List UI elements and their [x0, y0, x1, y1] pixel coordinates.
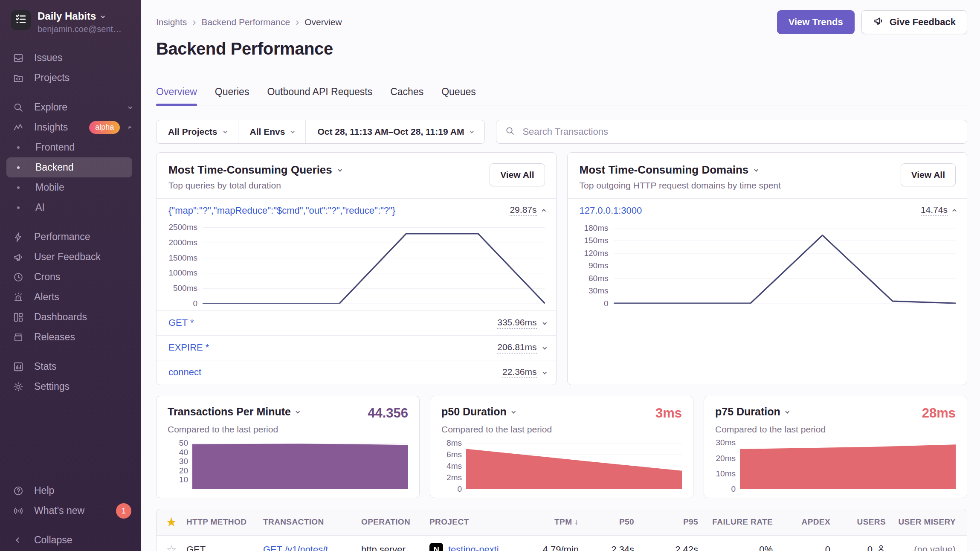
sidebar-item-issues[interactable]: Issues: [0, 48, 141, 68]
query-link[interactable]: GET *: [168, 317, 194, 328]
sidebar-item-backend[interactable]: Backend: [6, 157, 132, 177]
sidebar-item-settings[interactable]: Settings: [0, 377, 141, 397]
sidebar-item-insights[interactable]: Insights alpha: [0, 117, 141, 137]
sidebar-item-frontend[interactable]: Frontend: [6, 137, 132, 157]
org-switcher[interactable]: Daily Habits benjamin.coe@sent…: [0, 0, 141, 37]
column-header-users: USERS: [830, 517, 886, 527]
sidebar-item-label: Dashboards: [34, 311, 87, 323]
sidebar-item-stats[interactable]: Stats: [0, 357, 141, 377]
star-icon[interactable]: [166, 516, 177, 528]
breadcrumb: Insights › Backend Performance › Overvie…: [156, 17, 342, 27]
view-all-domains-button[interactable]: View All: [901, 163, 956, 186]
sidebar-item-dashboards[interactable]: Dashboards: [0, 307, 141, 327]
operation-cell: http.server: [361, 544, 429, 551]
project-filter-dropdown[interactable]: All Projects: [157, 120, 238, 143]
app: Daily Habits benjamin.coe@sent… Issues: [0, 0, 980, 551]
column-header-tpm[interactable]: TPM ↓: [536, 517, 579, 527]
query-link[interactable]: EXPIRE *: [168, 342, 209, 353]
search-input[interactable]: [522, 126, 958, 138]
breadcrumb-overview: Overview: [304, 17, 342, 27]
query-total-duration[interactable]: 29.87s: [510, 205, 536, 216]
star-outline-icon[interactable]: [166, 543, 177, 551]
date-range-dropdown[interactable]: Oct 28, 11:13 AM–Oct 28, 11:19 AM: [305, 120, 484, 143]
user-misery-cell: (no value): [886, 544, 967, 551]
domain-total-duration[interactable]: 14.74s: [921, 205, 948, 216]
header-actions: View Trends Give Feedback: [777, 10, 967, 34]
tab-caches[interactable]: Caches: [390, 86, 423, 105]
environment-filter-dropdown[interactable]: All Envs: [238, 120, 306, 143]
tab-overview[interactable]: Overview: [156, 86, 197, 105]
sidebar-item-projects[interactable]: Projects: [0, 68, 141, 88]
chevron-down-icon[interactable]: [542, 345, 547, 350]
column-header-user-misery: USER MISERY: [886, 517, 967, 527]
tab-outbound-api-requests[interactable]: Outbound API Requests: [267, 86, 372, 105]
chevron-down-icon[interactable]: [542, 321, 547, 325]
query-row: EXPIRE * 206.81ms: [157, 335, 556, 360]
sidebar-item-performance[interactable]: Performance: [0, 227, 141, 247]
card-title-label: Most Time-Consuming Queries: [168, 163, 332, 177]
org-email: benjamin.coe@sent…: [38, 24, 122, 34]
sidebar-item-mobile[interactable]: Mobile: [6, 177, 132, 197]
metric-title-label: p75 Duration: [715, 406, 780, 418]
chevron-up-icon[interactable]: [542, 209, 546, 213]
sidebar-item-explore[interactable]: Explore: [0, 97, 141, 117]
column-header-apdex: APDEX: [773, 517, 830, 527]
metric-subtitle: Compared to the last period: [168, 424, 408, 435]
chevron-down-icon[interactable]: [785, 409, 789, 414]
query-row: connect 22.36ms: [157, 360, 556, 385]
sidebar-item-alerts[interactable]: Alerts: [0, 287, 141, 307]
bullet-icon: [17, 186, 20, 189]
query-total-duration[interactable]: 335.96ms: [497, 317, 536, 329]
view-all-queries-button[interactable]: View All: [490, 163, 545, 186]
view-trends-button[interactable]: View Trends: [777, 10, 855, 34]
transaction-link[interactable]: GET /v1/notes/t…: [263, 544, 337, 551]
give-feedback-button[interactable]: Give Feedback: [861, 10, 967, 34]
queries-chart: 2500ms2000ms1500ms1000ms500ms0: [157, 223, 556, 310]
query-link[interactable]: {"map":"?","mapReduce":"$cmd","out":"?",…: [168, 205, 395, 216]
chevron-down-icon[interactable]: [338, 168, 342, 172]
sidebar-collapse-button[interactable]: Collapse: [0, 530, 141, 550]
p50-cell: 2.34s: [579, 544, 634, 551]
most-time-consuming-domains-card: Most Time-Consuming Domains Top outgoing…: [567, 152, 968, 385]
project-link[interactable]: testing-nextj…: [448, 544, 508, 551]
card-header: Most Time-Consuming Queries Top queries …: [157, 153, 556, 199]
chevron-down-icon[interactable]: [511, 409, 516, 414]
org-meta: Daily Habits benjamin.coe@sent…: [38, 10, 122, 34]
chevron-up-icon[interactable]: [952, 209, 957, 213]
query-total-duration[interactable]: 206.81ms: [497, 342, 536, 354]
nextjs-logo: N: [429, 543, 443, 551]
stats-icon: [12, 361, 25, 372]
chevron-down-icon[interactable]: [542, 370, 547, 374]
sidebar-item-releases[interactable]: Releases: [0, 327, 141, 347]
sort-desc-icon: ↓: [574, 517, 579, 526]
query-link[interactable]: connect: [168, 367, 201, 378]
query-total-duration[interactable]: 22.36ms: [502, 367, 537, 378]
chart-plot-area[interactable]: [466, 441, 682, 489]
card-subtitle: Top outgoing HTTP request domains by tim…: [580, 180, 781, 191]
tab-queues[interactable]: Queues: [441, 86, 476, 105]
sidebar-item-user-feedback[interactable]: User Feedback: [0, 247, 141, 267]
sidebar-item-ai[interactable]: AI: [6, 197, 132, 218]
tpm-cell: 4.79/min: [536, 544, 579, 551]
sidebar-item-crons[interactable]: Crons: [0, 267, 141, 287]
alpha-badge: alpha: [89, 121, 120, 134]
breadcrumb-backend-performance[interactable]: Backend Performance: [201, 17, 290, 27]
sidebar-item-whats-new[interactable]: What's new 1: [0, 501, 141, 521]
metric-value: 44.356: [368, 406, 408, 421]
tab-queries[interactable]: Queries: [215, 86, 249, 105]
domain-link[interactable]: 127.0.0.1:3000: [580, 205, 642, 216]
metric-title-label: Transactions Per Minute: [168, 406, 291, 418]
breadcrumb-insights[interactable]: Insights: [156, 17, 187, 27]
chart-plot-area[interactable]: [192, 441, 408, 489]
gear-icon: [12, 381, 25, 392]
chart-plot-area[interactable]: [740, 441, 956, 489]
y-axis: 180ms150ms120ms90ms60ms30ms0: [574, 226, 614, 304]
chart-plot-area[interactable]: [614, 226, 956, 304]
sidebar-item-help[interactable]: Help: [0, 481, 141, 501]
chart-plot-area[interactable]: [203, 226, 545, 304]
metric-value: 28ms: [922, 406, 956, 421]
chevron-down-icon[interactable]: [754, 168, 759, 172]
card-title: Most Time-Consuming Queries: [168, 163, 341, 177]
search-icon: [505, 126, 515, 138]
chevron-down-icon[interactable]: [296, 409, 300, 414]
